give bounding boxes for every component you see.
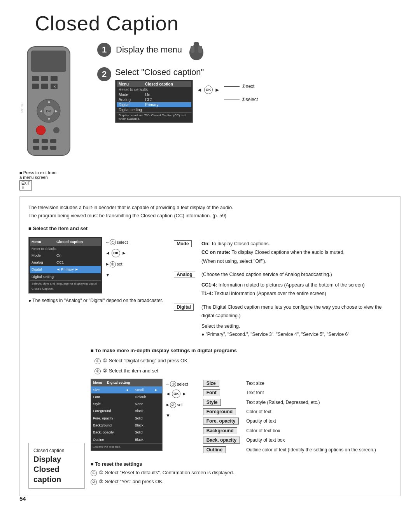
svg-rect-4: [51, 76, 58, 81]
step1-header: 1 Display the menu: [97, 39, 401, 60]
annotations-1: ②next ①select: [224, 84, 258, 102]
service-note: ● "Primary", "Second.", "Service 3", "Se…: [201, 330, 388, 339]
font-row: Font Text font: [200, 388, 379, 397]
foreground-row: Foreground Color of text: [200, 407, 379, 416]
svg-text:►: ►: [54, 109, 58, 113]
ok-right-arrow: ►: [122, 249, 126, 257]
back-opacity-label: Back. opacity: [203, 437, 240, 444]
left-arrow: ◄: [197, 87, 202, 93]
menu-analog-label: Analog: [117, 97, 143, 102]
page-number: 54: [19, 495, 26, 502]
dmenu-menu: Menu: [93, 381, 102, 384]
ok-button-2: OK: [112, 249, 120, 257]
outline-desc: Outline color of text (Identify the sett…: [243, 445, 379, 454]
ok-button-1: OK: [204, 86, 213, 94]
background-desc: Color of text box: [243, 426, 379, 435]
menu2-cc: Closed caption: [55, 238, 101, 246]
dmenu-size-val: Small: [133, 386, 152, 393]
dmenu-digital-setting: Digital setting: [107, 381, 130, 384]
settings-table-area: Size Text size Font Text font Style Text…: [200, 379, 379, 454]
ok-button-3: OK: [172, 390, 180, 398]
dmenu-outline-val: Black: [133, 436, 152, 444]
bottom-section: Closed caption Display Closed caption ■ …: [28, 342, 392, 489]
digital-desc: (The Digital Closed caption menu lets yo…: [201, 303, 388, 320]
menu-footer-note: Display broadcast TV's Closed Caption (C…: [117, 113, 191, 122]
sidebar-top: Closed caption: [33, 447, 80, 454]
fore-opacity-label: Fore. opacity: [203, 418, 239, 425]
foreground-desc: Color of text: [243, 407, 379, 416]
digital-step1: ① ① Select "Digital setting" and press O…: [94, 356, 392, 365]
mode-table: Mode On: To display Closed captions. CC …: [171, 239, 392, 340]
font-desc: Text font: [243, 388, 379, 397]
dmenu-size-arrow2: ►: [152, 386, 162, 393]
step2-circle: 2: [97, 67, 111, 81]
digital-select-label: ←①select: [166, 381, 188, 388]
svg-text:▲: ▲: [47, 99, 51, 103]
style-row: Style Text style (Raised, Depressed, etc…: [200, 398, 379, 407]
next-label: ②next: [242, 84, 255, 89]
digital-menu-screenshot: Menu Digital setting Size ◄ Small ►: [91, 379, 163, 451]
select-header: ■ Select the item and set: [28, 224, 392, 233]
menu-mode-label: Mode: [117, 92, 143, 97]
menu2-analog-cc1: CC1: [55, 259, 101, 266]
svg-rect-24: [42, 146, 48, 150]
dmenu-fg-val: Black: [133, 408, 152, 415]
reset-section: ■ To reset the settings ① ① Select "Rese…: [91, 460, 392, 486]
down-arrow: ▼: [105, 271, 128, 279]
press-exit-text: ■ Press to exit from a menu screen EXIT✕: [19, 170, 89, 190]
foreground-label: Foreground: [203, 408, 236, 415]
menu-screenshot-2: Menu Closed caption Reset to defaults Mo…: [28, 237, 102, 294]
menu-digital-val: Primary: [143, 102, 191, 107]
remote-illustration: ✕ MENU OK ▲ ▼ ◄ ►: [19, 43, 89, 190]
sidebar-labels: Closed caption Display Closed caption: [28, 443, 85, 489]
ok-left-arrow: ◄: [105, 249, 110, 257]
menu2-digital: Digital: [30, 266, 55, 273]
dmenu-note: Selects the text size.: [91, 444, 162, 451]
step1-circle: 1: [97, 43, 111, 57]
step1-title: Display the menu: [116, 45, 182, 55]
dmenu-back-op: Back. opacity: [91, 429, 123, 436]
background-label: Background: [203, 427, 237, 434]
settings-table: Size Text size Font Text font Style Text…: [200, 379, 379, 454]
right-arrow: ►: [215, 87, 220, 93]
svg-rect-29: [198, 46, 202, 53]
svg-rect-5: [32, 84, 39, 89]
digital-header: ■ To make more in-depth display settings…: [91, 346, 392, 355]
svg-point-19: [53, 127, 60, 133]
menu-mode-val: On: [143, 92, 191, 97]
step2-block: 2 Select "Closed caption" Menu Closed ca…: [97, 67, 401, 123]
svg-rect-2: [32, 76, 39, 81]
main-content: ■ To make more in-depth display settings…: [85, 342, 392, 489]
digital-ok-left: ◄: [166, 390, 170, 398]
dmenu-size-label: Size: [91, 386, 123, 393]
svg-rect-1: [31, 51, 66, 72]
dmenu-size-arrow1: ◄: [123, 386, 133, 393]
menu2-digital-primary: ◄ Primary ►: [55, 266, 101, 273]
menu2-mode-on: On: [55, 252, 101, 259]
step2-content: Select "Closed caption" Menu Closed capt…: [115, 67, 401, 123]
menu-with-arrows: Menu Closed caption Reset to defaults Mo…: [115, 80, 401, 123]
digital-ok-right: ►: [182, 390, 187, 398]
mode-label: Mode: [174, 240, 191, 247]
style-desc: Text style (Raised, Depressed, etc.): [243, 398, 379, 407]
svg-text:▼: ▼: [47, 117, 51, 121]
analog-desc: (Choose the Closed caption service of An…: [201, 270, 388, 279]
digital-nav-area: ←①select ◄ OK ► ►②set ▼: [166, 381, 188, 420]
dmenu-style-val: None: [133, 401, 152, 408]
svg-rect-23: [33, 146, 39, 150]
mode-on-row: On: To display Closed captions.: [201, 239, 388, 248]
fore-opacity-row: Fore. opacity Opacity of text: [200, 416, 379, 426]
intro-text-1: The television includes a built-in decod…: [28, 204, 392, 212]
nav-control-area: ←①select ◄ OK ► ►②set ▼: [105, 239, 128, 279]
dmenu-titles: Menu Digital setting: [91, 379, 162, 386]
analog-note: ● The settings in "Analog" or "Digital" …: [28, 297, 163, 304]
select-item-section: ■ Select the item and set Menu Closed ca…: [28, 224, 392, 340]
exit-box: EXIT✕: [19, 180, 32, 190]
menu-reset: Reset to defaults: [117, 87, 191, 92]
digital-down-arrow: ▼: [166, 412, 188, 419]
digital-set-label: ►②set: [166, 401, 188, 409]
size-label: Size: [203, 380, 219, 387]
size-desc: Text size: [243, 379, 379, 388]
step2-title: Select "Closed caption": [115, 67, 401, 77]
dmenu-font: Font: [91, 393, 123, 400]
